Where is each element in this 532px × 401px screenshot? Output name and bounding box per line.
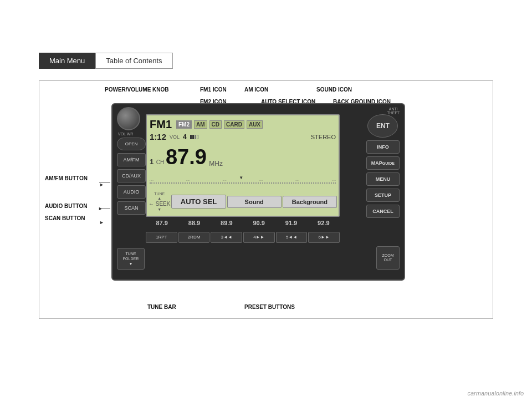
frequency-display: 87.9 <box>166 145 207 169</box>
setup-button[interactable]: SETUP <box>366 189 400 202</box>
main-freq-display: 1 CH 87.9 MHz <box>150 146 223 167</box>
ch-text: CH <box>156 159 166 165</box>
amfm-button[interactable]: AM/FM <box>117 153 146 166</box>
right-buttons-group: ENT INFO MAPGUIDE MENU SETUP CANCEL <box>366 114 400 218</box>
freq-91-9: 91.9 <box>285 220 297 226</box>
callout-audio: AUDIO BUTTON <box>45 203 87 209</box>
callout-power-volume: POWER/VOLUME KNOB <box>105 87 169 93</box>
auto-sel-button[interactable]: AUTO SEL <box>171 195 226 209</box>
freq-90-9: 90.9 <box>253 220 264 226</box>
freq-89-9: 89.9 <box>221 220 232 226</box>
preset-6-button[interactable]: 6►► <box>308 232 340 243</box>
watermark: carmanualonline.info <box>467 390 524 397</box>
mhz-label: MHz <box>209 160 223 167</box>
diagram-container: POWER/VOLUME KNOB FM1 ICON AM ICON SOUND… <box>39 80 493 319</box>
fm2-icon: FM2 <box>176 120 192 129</box>
tune-seek-control: TUNE ▲ ← SEEK ▼ <box>149 192 170 211</box>
ent-button[interactable]: ENT <box>367 114 398 138</box>
audio-button[interactable]: AUDIO <box>117 185 146 199</box>
display-screen: FM1 FM2 AM CD CARD AUX 1:12 VOL 4 STEREO <box>146 114 340 217</box>
preset-freq-row: 87.9 88.9 89.9 90.9 91.9 92.9 <box>146 220 340 226</box>
open-button[interactable]: OPEN <box>117 138 146 150</box>
top-navigation: Main Menu Table of Contents <box>39 53 173 69</box>
callout-amfm: AM/FM BUTTON <box>45 175 88 181</box>
freq-87-9: 87.9 <box>156 220 167 226</box>
preset-5-button[interactable]: 5◄◄ <box>276 232 308 243</box>
stereo-label: STEREO <box>311 134 336 140</box>
card-icon: CARD <box>224 120 244 129</box>
audio-arrow: ► <box>98 206 103 211</box>
callout-scan: SCAN BUTTON <box>45 215 85 221</box>
left-buttons-group: OPEN AM/FM CD/AUX AUDIO SCAN <box>117 138 146 215</box>
time-vol-row: 1:12 VOL 4 STEREO <box>150 132 336 141</box>
scan-arrow: ► <box>99 220 104 225</box>
tune-bar-area: ▼ ..... ..... ..... ..... ..... ..... <box>150 175 336 184</box>
vol-label: VOL <box>170 134 180 140</box>
callout-fm1-icon: FM1 ICON <box>200 87 227 93</box>
callout-am-icon: AM ICON <box>244 87 268 93</box>
volume-knob[interactable] <box>117 107 140 130</box>
vol-bars <box>190 135 198 139</box>
preset-3-button[interactable]: 3◄◄ <box>211 232 242 243</box>
freq-92-9: 92.9 <box>318 220 329 226</box>
scan-button[interactable]: SCAN <box>117 201 146 215</box>
info-button[interactable]: INFO <box>366 140 400 154</box>
zoom-out-button[interactable]: ZOOMOUT <box>376 246 400 270</box>
cancel-button[interactable]: CANCEL <box>366 205 400 218</box>
background-button[interactable]: Background <box>283 196 337 208</box>
screen-action-row: TUNE ▲ ← SEEK ▼ AUTO SEL Sound Backgroun… <box>149 192 337 211</box>
preset-2-button[interactable]: 2RDM <box>178 232 210 243</box>
am-icon: AM <box>194 120 207 129</box>
preset-1-button[interactable]: 1RPT <box>146 232 177 243</box>
toc-button[interactable]: Table of Contents <box>95 53 172 69</box>
menu-button[interactable]: MENU <box>366 172 400 186</box>
cdaux-button[interactable]: CD/AUX <box>117 169 146 182</box>
vol-number: 4 <box>183 133 187 141</box>
radio-unit: ANTITHEFT VOL WR OPEN AM/FM CD/AUX AUDIO… <box>111 103 405 281</box>
vol-wr-label: VOL WR <box>118 132 133 136</box>
anti-theft-label: ANTITHEFT <box>387 107 400 115</box>
mapguide-button[interactable]: MAPGUIDE <box>366 156 400 170</box>
freq-88-9: 88.9 <box>188 220 200 226</box>
callout-tunebar: TUNE BAR <box>147 304 176 310</box>
main-menu-button[interactable]: Main Menu <box>39 53 95 69</box>
screen-icons-row: FM1 FM2 AM CD CARD AUX <box>150 118 263 131</box>
sound-button[interactable]: Sound <box>227 196 282 208</box>
callout-presetbtns: PRESET BUTTONS <box>244 304 295 310</box>
amfm-arrow: ► <box>99 182 104 187</box>
preset-4-button[interactable]: 4►► <box>243 232 275 243</box>
fm1-display-label: FM1 <box>150 118 172 131</box>
tune-folder-button[interactable]: TUNEFOLDER▼ <box>117 248 145 270</box>
time-display: 1:12 <box>150 132 166 141</box>
preset-btns-row: 1RPT 2RDM 3◄◄ 4►► 5◄◄ 6►► <box>146 232 340 243</box>
ch-number: 1 <box>150 158 154 166</box>
callout-sound-icon: SOUND ICON <box>316 87 352 93</box>
cd-icon: CD <box>209 120 222 129</box>
aux-icon: AUX <box>247 120 263 129</box>
